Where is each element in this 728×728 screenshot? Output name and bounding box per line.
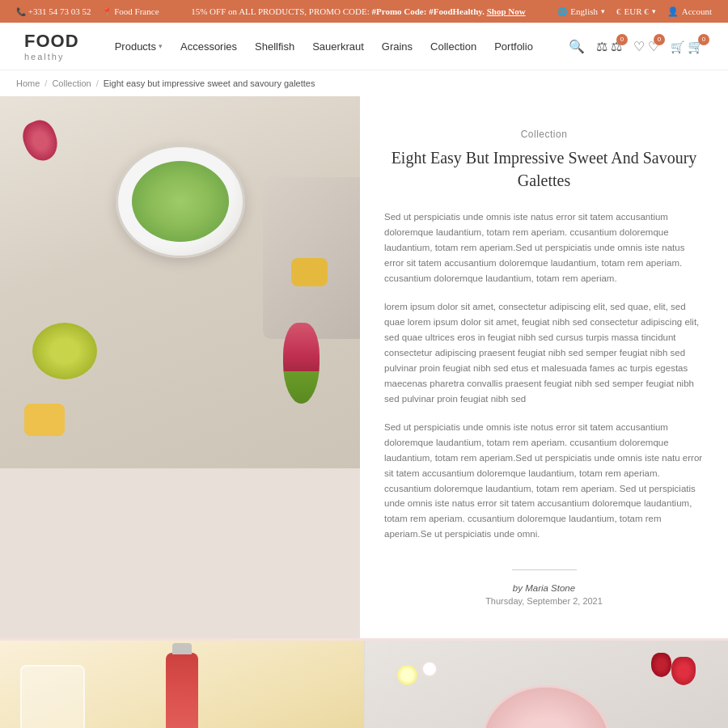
compare-icon[interactable]: ⚖ 0 [596, 39, 622, 54]
article-para1: Sed ut perspiciatis unde omnis iste natu… [384, 210, 704, 286]
top-banner-right: English EUR € Account [557, 6, 712, 17]
euro-icon [616, 6, 621, 16]
nav-accessories[interactable]: Accessories [180, 40, 237, 53]
main-section: Collection Eight Easy But Impressive Swe… [0, 96, 728, 638]
globe-icon [557, 7, 567, 16]
phone-info: +331 54 73 03 52 [16, 6, 91, 16]
logo[interactable]: FOOD healthy [24, 31, 79, 61]
flower2 [421, 661, 438, 677]
food-scene [0, 96, 360, 468]
logo-healthy: healthy [24, 52, 64, 61]
strawberry1 [671, 657, 696, 685]
location-info: Food France [102, 6, 159, 16]
radish-topleft [19, 116, 63, 166]
nav-grains[interactable]: Grains [382, 40, 413, 53]
breadcrumb-collection[interactable]: Collection [52, 78, 91, 88]
gallery-juices[interactable] [0, 641, 364, 728]
breadcrumb-home[interactable]: Home [16, 78, 40, 88]
juice-scene [0, 641, 364, 728]
logo-food: FOOD [24, 31, 79, 52]
article-author: by Maria Stone [384, 583, 704, 593]
cart-badge: 0 [698, 34, 709, 45]
article-content: Collection Eight Easy But Impressive Swe… [360, 96, 728, 638]
strawberry-plate [481, 685, 611, 728]
strawberry2 [651, 653, 671, 677]
nav-sauerkraut[interactable]: Sauerkraut [312, 40, 364, 53]
flower1 [397, 665, 417, 685]
nav-portfolio[interactable]: Portfolio [494, 40, 533, 53]
bowl-salad [132, 161, 229, 242]
article-title: Eight Easy But Impressive Sweet And Savo… [384, 146, 704, 192]
strawberry-scene [365, 641, 729, 728]
gallery-strawberries[interactable] [364, 641, 729, 728]
pineapple-chunk2 [291, 258, 328, 286]
article-divider [512, 569, 577, 570]
account-link[interactable]: Account [667, 6, 712, 17]
nav-products[interactable]: Products ▾ [115, 40, 163, 53]
nav-collection[interactable]: Collection [430, 40, 476, 53]
article-para2: lorem ipsum dolor sit amet, consectetur … [384, 299, 704, 407]
lime [32, 323, 97, 379]
juice-pitcher [20, 665, 85, 728]
main-nav: Products ▾ Accessories Shellfish Sauerkr… [115, 40, 533, 53]
bottom-gallery-wrapper [0, 638, 728, 728]
cart-icon[interactable]: 🛒 0 [671, 39, 704, 54]
user-icon [667, 6, 679, 17]
bottom-gallery [0, 641, 728, 728]
header-icons: ⚖ 0 ♡ 0 🛒 0 [569, 39, 704, 54]
article-date: Thursday, September 2, 2021 [384, 596, 704, 606]
search-icon[interactable] [569, 39, 585, 54]
header: FOOD healthy Products ▾ Accessories Shel… [0, 23, 728, 70]
currency-selector[interactable]: EUR € [616, 6, 656, 16]
top-banner: +331 54 73 03 52 Food France 15% OFF on … [0, 0, 728, 23]
article-category: Collection [384, 129, 704, 140]
radish-bottom [283, 323, 320, 404]
products-chevron: ▾ [159, 42, 163, 50]
phone-icon [16, 6, 26, 16]
top-banner-left: +331 54 73 03 52 Food France [16, 6, 159, 16]
currency-chevron [652, 7, 656, 15]
article-hero-image [0, 96, 360, 638]
breadcrumb-current: Eight easy but impressive sweet and savo… [104, 78, 315, 88]
language-selector[interactable]: English [557, 6, 605, 16]
breadcrumb-sep1: / [44, 78, 47, 88]
breadcrumb-sep2: / [96, 78, 99, 88]
nav-shellfish[interactable]: Shellfish [255, 40, 294, 53]
wishlist-badge: 0 [654, 34, 665, 45]
top-banner-center: 15% OFF on ALL PRODUCTS, PROMO CODE: #Pr… [159, 6, 558, 16]
language-chevron [601, 7, 605, 15]
compare-badge: 0 [616, 34, 628, 45]
shop-now-link[interactable]: Shop Now [487, 6, 526, 16]
breadcrumb: Home / Collection / Eight easy but impre… [0, 70, 728, 96]
location-icon [102, 6, 112, 16]
article-para3: Sed ut perspiciatis unde omnis iste notu… [384, 420, 704, 543]
pineapple-chunk [24, 404, 65, 436]
juice-bottle [166, 653, 198, 728]
food-bowl [116, 145, 245, 258]
wishlist-icon[interactable]: ♡ 0 [633, 39, 659, 54]
